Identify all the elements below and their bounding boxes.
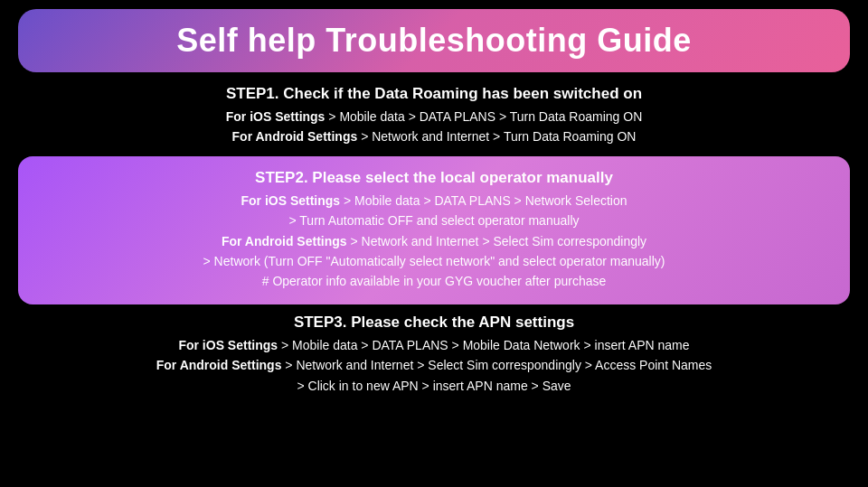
step1-line1: For iOS Settings > Mobile data > DATA PL… bbox=[18, 107, 850, 126]
step2-line1: For iOS Settings > Mobile data > DATA PL… bbox=[36, 191, 832, 211]
step2-android-rest: > Network and Internet > Select Sim corr… bbox=[347, 234, 647, 248]
step3-ios-rest: > Mobile data > DATA PLANS > Mobile Data… bbox=[278, 338, 689, 352]
step3-android-label: For Android Settings bbox=[156, 358, 282, 372]
page-title: Self help Troubleshooting Guide bbox=[176, 22, 692, 59]
step1-ios-rest: > Mobile data > DATA PLANS > Turn Data R… bbox=[325, 109, 642, 124]
step3-line2: For Android Settings > Network and Inter… bbox=[18, 355, 850, 375]
step2-section: STEP2. Please select the local operator … bbox=[18, 156, 850, 304]
step1-android-rest: > Network and Internet > Turn Data Roami… bbox=[357, 129, 636, 144]
title-banner: Self help Troubleshooting Guide bbox=[18, 9, 850, 72]
step3-title: STEP3. Please check the APN settings bbox=[18, 314, 850, 332]
step1-android-label: For Android Settings bbox=[232, 129, 358, 144]
step1-line2: For Android Settings > Network and Inter… bbox=[18, 126, 850, 146]
step2-ios-rest: > Mobile data > DATA PLANS > Network Sel… bbox=[340, 193, 627, 208]
step3-line3: > Click in to new APN > insert APN name … bbox=[18, 376, 850, 396]
step3-ios-label: For iOS Settings bbox=[178, 338, 278, 352]
step3-android-rest: > Network and Internet > Select Sim corr… bbox=[281, 358, 712, 372]
step2-ios-label: For iOS Settings bbox=[241, 193, 340, 208]
step2-line2: > Turn Automatic OFF and select operator… bbox=[36, 211, 832, 230]
step3-line1: For iOS Settings > Mobile data > DATA PL… bbox=[18, 335, 850, 355]
step2-title: STEP2. Please select the local operator … bbox=[36, 169, 832, 187]
step1-section: STEP1. Check if the Data Roaming has bee… bbox=[18, 85, 850, 147]
step2-line4: > Network (Turn OFF "Automatically selec… bbox=[36, 251, 832, 271]
step2-line5: # Operator info available in your GYG vo… bbox=[36, 271, 832, 291]
step2-line3: For Android Settings > Network and Inter… bbox=[36, 231, 832, 251]
step2-android-label: For Android Settings bbox=[222, 234, 347, 248]
step1-title: STEP1. Check if the Data Roaming has bee… bbox=[18, 85, 850, 103]
step3-section: STEP3. Please check the APN settings For… bbox=[18, 314, 850, 396]
step1-ios-label: For iOS Settings bbox=[226, 109, 326, 124]
